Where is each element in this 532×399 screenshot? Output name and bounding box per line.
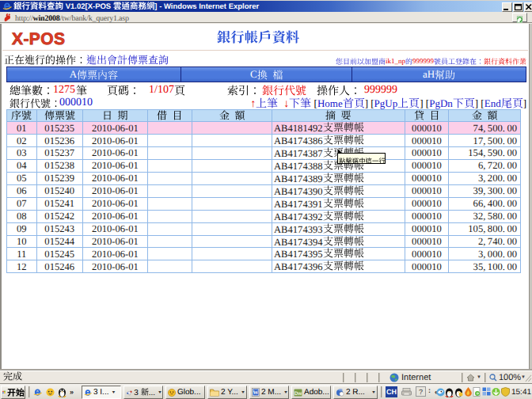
svg-text:Dw: Dw bbox=[294, 390, 302, 396]
svg-text:W: W bbox=[253, 390, 259, 396]
